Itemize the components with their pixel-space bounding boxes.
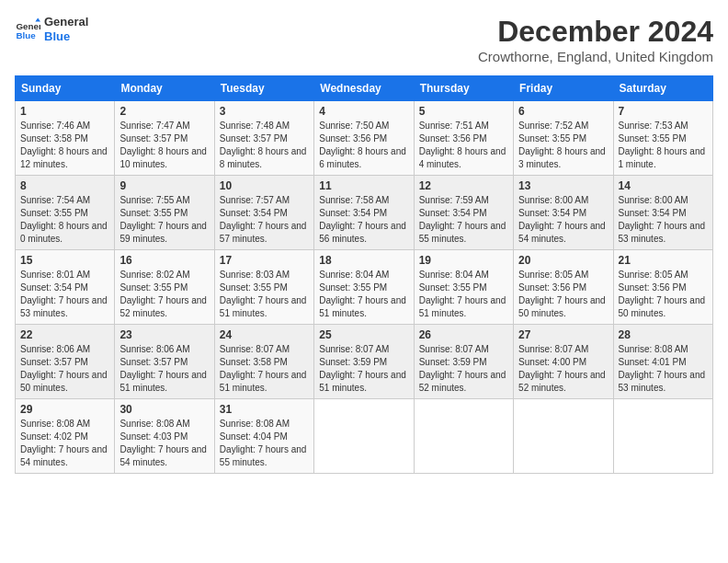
day-number: 6 <box>518 105 608 118</box>
day-number: 14 <box>619 179 708 192</box>
day-number: 12 <box>419 179 508 192</box>
day-number: 10 <box>220 179 309 192</box>
day-cell-5: 5Sunrise: 7:51 AMSunset: 3:56 PMDaylight… <box>414 101 513 176</box>
logo-line2: Blue <box>44 29 88 44</box>
day-cell-19: 19Sunrise: 8:04 AMSunset: 3:55 PMDayligh… <box>414 250 513 325</box>
day-cell-10: 10Sunrise: 7:57 AMSunset: 3:54 PMDayligh… <box>214 176 313 250</box>
location-subtitle: Crowthorne, England, United Kingdom <box>478 49 713 64</box>
day-info: Sunrise: 8:04 AMSunset: 3:55 PMDaylight:… <box>319 269 408 320</box>
day-info: Sunrise: 7:57 AMSunset: 3:54 PMDaylight:… <box>220 194 309 246</box>
day-cell-22: 22Sunrise: 8:06 AMSunset: 3:57 PMDayligh… <box>16 325 115 399</box>
day-number: 3 <box>220 105 309 118</box>
col-header-sunday: Sunday <box>16 76 115 101</box>
day-info: Sunrise: 7:54 AMSunset: 3:55 PMDaylight:… <box>20 194 109 246</box>
day-number: 30 <box>119 403 209 416</box>
day-cell-20: 20Sunrise: 8:05 AMSunset: 3:56 PMDayligh… <box>514 250 613 325</box>
logo-icon: General Blue <box>15 17 40 42</box>
day-cell-2: 2Sunrise: 7:47 AMSunset: 3:57 PMDaylight… <box>115 101 214 176</box>
svg-marker-2 <box>35 17 40 21</box>
day-cell-21: 21Sunrise: 8:05 AMSunset: 3:56 PMDayligh… <box>613 250 712 325</box>
day-info: Sunrise: 8:03 AMSunset: 3:55 PMDaylight:… <box>220 269 309 320</box>
day-cell-27: 27Sunrise: 8:07 AMSunset: 4:00 PMDayligh… <box>514 325 613 399</box>
day-number: 24 <box>220 328 309 341</box>
day-number: 26 <box>419 328 508 341</box>
empty-cell <box>314 399 414 474</box>
svg-text:Blue: Blue <box>16 29 36 40</box>
day-cell-6: 6Sunrise: 7:52 AMSunset: 3:55 PMDaylight… <box>514 101 613 176</box>
day-cell-26: 26Sunrise: 8:07 AMSunset: 3:59 PMDayligh… <box>414 325 513 399</box>
day-cell-29: 29Sunrise: 8:08 AMSunset: 4:02 PMDayligh… <box>16 399 115 474</box>
day-info: Sunrise: 8:05 AMSunset: 3:56 PMDaylight:… <box>518 269 608 320</box>
week-row-3: 15Sunrise: 8:01 AMSunset: 3:54 PMDayligh… <box>16 250 713 325</box>
logo-line1: General <box>44 15 88 29</box>
page-header: General Blue General Blue December 2024 … <box>15 15 713 64</box>
day-cell-18: 18Sunrise: 8:04 AMSunset: 3:55 PMDayligh… <box>314 250 414 325</box>
day-info: Sunrise: 8:07 AMSunset: 4:00 PMDaylight:… <box>518 343 608 395</box>
day-number: 4 <box>319 105 408 118</box>
logo: General Blue General Blue <box>15 15 88 43</box>
week-row-1: 1Sunrise: 7:46 AMSunset: 3:58 PMDaylight… <box>16 101 713 176</box>
day-cell-16: 16Sunrise: 8:02 AMSunset: 3:55 PMDayligh… <box>115 250 214 325</box>
day-info: Sunrise: 8:07 AMSunset: 3:59 PMDaylight:… <box>319 343 408 395</box>
day-cell-13: 13Sunrise: 8:00 AMSunset: 3:54 PMDayligh… <box>514 176 613 250</box>
day-number: 22 <box>20 328 109 341</box>
day-cell-24: 24Sunrise: 8:07 AMSunset: 3:58 PMDayligh… <box>214 325 313 399</box>
day-number: 9 <box>119 179 209 192</box>
day-info: Sunrise: 8:01 AMSunset: 3:54 PMDaylight:… <box>20 269 109 320</box>
day-info: Sunrise: 8:02 AMSunset: 3:55 PMDaylight:… <box>119 269 209 320</box>
day-cell-12: 12Sunrise: 7:59 AMSunset: 3:54 PMDayligh… <box>414 176 513 250</box>
day-cell-30: 30Sunrise: 8:08 AMSunset: 4:03 PMDayligh… <box>115 399 214 474</box>
day-cell-28: 28Sunrise: 8:08 AMSunset: 4:01 PMDayligh… <box>613 325 712 399</box>
col-header-thursday: Thursday <box>414 76 513 101</box>
day-number: 19 <box>419 254 508 267</box>
empty-cell <box>414 399 513 474</box>
day-number: 18 <box>319 254 408 267</box>
day-number: 11 <box>319 179 408 192</box>
day-info: Sunrise: 7:50 AMSunset: 3:56 PMDaylight:… <box>319 120 408 171</box>
week-row-2: 8Sunrise: 7:54 AMSunset: 3:55 PMDaylight… <box>16 176 713 250</box>
day-number: 29 <box>20 403 109 416</box>
calendar-table: SundayMondayTuesdayWednesdayThursdayFrid… <box>15 75 713 474</box>
day-info: Sunrise: 8:05 AMSunset: 3:56 PMDaylight:… <box>619 269 708 320</box>
day-number: 1 <box>20 105 109 118</box>
day-info: Sunrise: 7:55 AMSunset: 3:55 PMDaylight:… <box>119 194 209 246</box>
day-info: Sunrise: 7:51 AMSunset: 3:56 PMDaylight:… <box>419 120 508 171</box>
day-info: Sunrise: 8:06 AMSunset: 3:57 PMDaylight:… <box>119 343 209 395</box>
day-number: 16 <box>119 254 209 267</box>
day-cell-7: 7Sunrise: 7:53 AMSunset: 3:55 PMDaylight… <box>613 101 712 176</box>
day-info: Sunrise: 8:00 AMSunset: 3:54 PMDaylight:… <box>619 194 708 246</box>
empty-cell <box>514 399 613 474</box>
day-cell-4: 4Sunrise: 7:50 AMSunset: 3:56 PMDaylight… <box>314 101 414 176</box>
day-number: 13 <box>518 179 608 192</box>
day-info: Sunrise: 7:59 AMSunset: 3:54 PMDaylight:… <box>419 194 508 246</box>
month-title: December 2024 <box>478 15 713 49</box>
day-number: 17 <box>220 254 309 267</box>
day-info: Sunrise: 8:08 AMSunset: 4:01 PMDaylight:… <box>619 343 708 395</box>
day-info: Sunrise: 8:07 AMSunset: 3:58 PMDaylight:… <box>220 343 309 395</box>
day-number: 5 <box>419 105 508 118</box>
day-info: Sunrise: 7:48 AMSunset: 3:57 PMDaylight:… <box>220 120 309 171</box>
col-header-monday: Monday <box>115 76 214 101</box>
col-header-saturday: Saturday <box>613 76 712 101</box>
day-cell-17: 17Sunrise: 8:03 AMSunset: 3:55 PMDayligh… <box>214 250 313 325</box>
day-info: Sunrise: 7:46 AMSunset: 3:58 PMDaylight:… <box>20 120 109 171</box>
day-cell-8: 8Sunrise: 7:54 AMSunset: 3:55 PMDaylight… <box>16 176 115 250</box>
col-header-friday: Friday <box>514 76 613 101</box>
day-number: 20 <box>518 254 608 267</box>
day-info: Sunrise: 7:53 AMSunset: 3:55 PMDaylight:… <box>619 120 708 171</box>
day-cell-15: 15Sunrise: 8:01 AMSunset: 3:54 PMDayligh… <box>16 250 115 325</box>
day-info: Sunrise: 7:58 AMSunset: 3:54 PMDaylight:… <box>319 194 408 246</box>
week-row-4: 22Sunrise: 8:06 AMSunset: 3:57 PMDayligh… <box>16 325 713 399</box>
week-row-5: 29Sunrise: 8:08 AMSunset: 4:02 PMDayligh… <box>16 399 713 474</box>
day-cell-9: 9Sunrise: 7:55 AMSunset: 3:55 PMDaylight… <box>115 176 214 250</box>
day-cell-3: 3Sunrise: 7:48 AMSunset: 3:57 PMDaylight… <box>214 101 313 176</box>
day-cell-25: 25Sunrise: 8:07 AMSunset: 3:59 PMDayligh… <box>314 325 414 399</box>
day-number: 21 <box>619 254 708 267</box>
day-info: Sunrise: 8:08 AMSunset: 4:02 PMDaylight:… <box>20 418 109 469</box>
day-cell-14: 14Sunrise: 8:00 AMSunset: 3:54 PMDayligh… <box>613 176 712 250</box>
title-block: December 2024 Crowthorne, England, Unite… <box>478 15 713 64</box>
day-info: Sunrise: 8:07 AMSunset: 3:59 PMDaylight:… <box>419 343 508 395</box>
day-info: Sunrise: 8:08 AMSunset: 4:04 PMDaylight:… <box>220 418 309 469</box>
day-number: 28 <box>619 328 708 341</box>
day-number: 27 <box>518 328 608 341</box>
